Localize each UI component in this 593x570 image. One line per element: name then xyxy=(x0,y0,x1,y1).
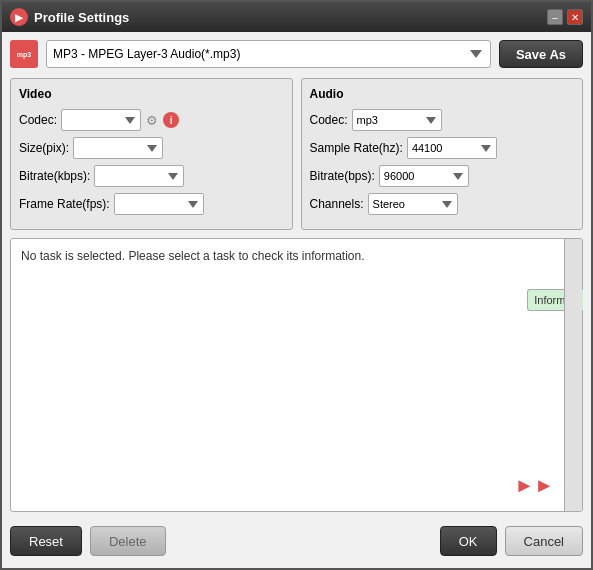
video-size-select[interactable] xyxy=(73,137,163,159)
video-size-row: Size(pix): xyxy=(19,137,284,159)
video-bitrate-label: Bitrate(kbps): xyxy=(19,169,90,183)
app-icon: ▶ xyxy=(10,8,28,26)
profile-settings-window: ▶ Profile Settings – ✕ mp3 MP3 - MPEG La… xyxy=(0,0,593,570)
audio-samplerate-label: Sample Rate(hz): xyxy=(310,141,403,155)
window-controls: – ✕ xyxy=(547,9,583,25)
audio-channels-label: Channels: xyxy=(310,197,364,211)
audio-channels-select[interactable]: Stereo xyxy=(368,193,458,215)
video-size-label: Size(pix): xyxy=(19,141,69,155)
format-icon: mp3 xyxy=(10,40,38,68)
minimize-button[interactable]: – xyxy=(547,9,563,25)
ok-button[interactable]: OK xyxy=(440,526,497,556)
audio-channels-row: Channels: Stereo xyxy=(310,193,575,215)
info-text: No task is selected. Please select a tas… xyxy=(21,249,365,263)
video-bitrate-row: Bitrate(kbps): xyxy=(19,165,284,187)
audio-codec-select[interactable]: mp3 xyxy=(352,109,442,131)
audio-panel: Audio Codec: mp3 Sample Rate(hz): 44100 xyxy=(301,78,584,230)
audio-samplerate-row: Sample Rate(hz): 44100 xyxy=(310,137,575,159)
audio-bitrate-field: 96000 xyxy=(379,165,574,187)
video-framerate-field xyxy=(114,193,284,215)
cancel-button[interactable]: Cancel xyxy=(505,526,583,556)
audio-samplerate-field: 44100 xyxy=(407,137,574,159)
bottom-bar: Reset Delete OK Cancel xyxy=(10,520,583,560)
video-codec-label: Codec: xyxy=(19,113,57,127)
format-icon-text: mp3 xyxy=(17,51,31,58)
video-framerate-label: Frame Rate(fps): xyxy=(19,197,110,211)
video-bitrate-field xyxy=(94,165,283,187)
audio-samplerate-select[interactable]: 44100 xyxy=(407,137,497,159)
info-icon[interactable]: i xyxy=(163,112,179,128)
save-as-button[interactable]: Save As xyxy=(499,40,583,68)
bottom-left-buttons: Reset Delete xyxy=(10,526,166,556)
settings-icon[interactable]: ⚙ xyxy=(144,112,160,128)
delete-button[interactable]: Delete xyxy=(90,526,166,556)
video-panel-title: Video xyxy=(19,87,284,101)
video-codec-row: Codec: ⚙ i xyxy=(19,109,284,131)
forward-arrows[interactable]: ►► xyxy=(514,475,554,495)
main-content: mp3 MP3 - MPEG Layer-3 Audio(*.mp3) Save… xyxy=(2,32,591,568)
audio-bitrate-row: Bitrate(bps): 96000 xyxy=(310,165,575,187)
title-bar: ▶ Profile Settings – ✕ xyxy=(2,2,591,32)
audio-codec-label: Codec: xyxy=(310,113,348,127)
window-title: Profile Settings xyxy=(34,10,547,25)
video-framerate-row: Frame Rate(fps): xyxy=(19,193,284,215)
audio-channels-field: Stereo xyxy=(368,193,574,215)
codec-icons: ⚙ i xyxy=(144,112,179,128)
video-bitrate-select[interactable] xyxy=(94,165,184,187)
video-codec-select[interactable] xyxy=(61,109,141,131)
audio-codec-field: mp3 xyxy=(352,109,574,131)
close-button[interactable]: ✕ xyxy=(567,9,583,25)
video-codec-field: ⚙ i xyxy=(61,109,283,131)
scrollbar[interactable] xyxy=(564,239,582,511)
video-framerate-select[interactable] xyxy=(114,193,204,215)
bottom-right-buttons: OK Cancel xyxy=(440,526,583,556)
audio-bitrate-label: Bitrate(bps): xyxy=(310,169,375,183)
audio-codec-row: Codec: mp3 xyxy=(310,109,575,131)
video-panel: Video Codec: ⚙ i Size(pix): xyxy=(10,78,293,230)
reset-button[interactable]: Reset xyxy=(10,526,82,556)
video-size-field xyxy=(73,137,283,159)
audio-bitrate-select[interactable]: 96000 xyxy=(379,165,469,187)
panels-row: Video Codec: ⚙ i Size(pix): xyxy=(10,78,583,230)
format-select[interactable]: MP3 - MPEG Layer-3 Audio(*.mp3) xyxy=(46,40,491,68)
format-row: mp3 MP3 - MPEG Layer-3 Audio(*.mp3) Save… xyxy=(10,40,583,68)
app-icon-text: ▶ xyxy=(15,12,23,23)
audio-panel-title: Audio xyxy=(310,87,575,101)
info-panel: No task is selected. Please select a tas… xyxy=(10,238,583,512)
